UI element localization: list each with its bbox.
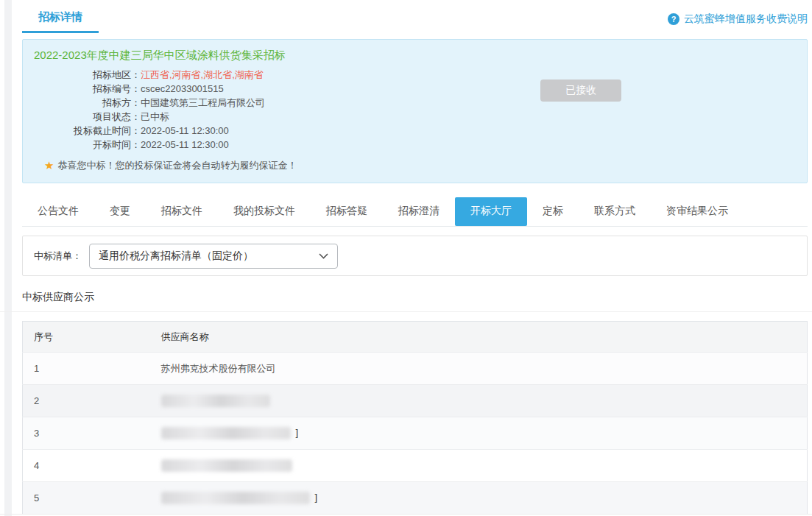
field-value: 中国建筑第三工程局有限公司 [141, 97, 265, 108]
tab-contact-info[interactable]: 联系方式 [579, 197, 651, 226]
selected-option-label: 通用价税分离招标清单（固定价） [99, 250, 253, 263]
tab-announcement-files[interactable]: 公告文件 [22, 197, 94, 226]
winning-list-label: 中标清单： [34, 250, 82, 263]
row-index: 5 [23, 482, 150, 515]
field-region: 招标地区：江西省,河南省,湖北省,湖南省 [34, 68, 807, 82]
tab-bid-opening-hall[interactable]: 开标大厅 [455, 197, 527, 226]
field-bid-deadline: 投标截止时间：2022-05-11 12:30:00 [34, 124, 807, 138]
field-value: 2022-05-11 12:30:00 [141, 139, 229, 150]
table-header-row: 序号 供应商名称 [23, 322, 808, 353]
page-left-gutter [4, 0, 12, 516]
supplier-name-cell [150, 450, 808, 482]
page-header: 招标详情 ? 云筑蜜蜂增值服务收费说明 [22, 0, 808, 33]
redaction-suffix: ] [296, 427, 299, 438]
question-circle-icon: ? [668, 13, 679, 25]
tab-tender-files[interactable]: 招标文件 [146, 197, 218, 226]
field-label: 开标时间： [34, 138, 141, 152]
supplier-name-cell: ] [150, 417, 808, 450]
field-label: 项目状态： [34, 110, 141, 124]
value-added-service-fee-link[interactable]: ? 云筑蜜蜂增值服务收费说明 [668, 13, 808, 26]
page-bottom-divider [0, 514, 812, 515]
supplier-name: 苏州弗克技术股份有限公司 [150, 353, 808, 385]
table-row: 4 [23, 450, 808, 482]
star-icon: ★ [44, 159, 54, 172]
tab-tender-qa[interactable]: 招标答疑 [311, 197, 383, 226]
row-index: 2 [23, 385, 150, 417]
tab-my-bid-files[interactable]: 我的投标文件 [218, 197, 311, 226]
help-link-label: 云筑蜜蜂增值服务收费说明 [684, 13, 808, 26]
main-content: 招标详情 ? 云筑蜜蜂增值服务收费说明 2022-2023年度中建三局华中区域涂… [22, 0, 808, 515]
tab-tender-detail[interactable]: 招标详情 [22, 0, 99, 33]
redacted-supplier-name [161, 459, 292, 472]
field-label: 投标截止时间： [34, 124, 141, 138]
tab-award[interactable]: 定标 [527, 197, 579, 226]
field-value: 已中标 [141, 111, 169, 122]
field-open-time: 开标时间：2022-05-11 12:30:00 [34, 138, 807, 152]
congrats-message: ★ 恭喜您中标！您的投标保证金将会自动转为履约保证金！ [34, 159, 807, 172]
col-header-supplier: 供应商名称 [150, 322, 808, 353]
table-row: 2 [23, 385, 808, 417]
redacted-supplier-name [161, 395, 270, 407]
tab-changes[interactable]: 变更 [94, 197, 146, 226]
winning-list-filter: 中标清单： 通用价税分离招标清单（固定价） [22, 236, 808, 276]
chevron-down-icon [319, 253, 328, 259]
tab-tender-clarification[interactable]: 招标澄清 [383, 197, 455, 226]
redaction-suffix: ] [315, 492, 318, 503]
field-value: 2022-05-11 12:30:00 [141, 125, 229, 136]
winning-list-select[interactable]: 通用价税分离招标清单（固定价） [89, 244, 338, 269]
tender-title: 2022-2023年度中建三局华中区域涂料供货集采招标 [34, 49, 807, 63]
tab-qualification-result[interactable]: 资审结果公示 [651, 197, 744, 226]
field-label: 招标编号： [34, 82, 141, 96]
field-tender-no: 招标编号：cscec22033001515 [34, 82, 807, 96]
supplier-name-cell: ] [150, 482, 808, 515]
row-index: 3 [23, 417, 150, 450]
col-header-index: 序号 [23, 322, 150, 353]
table-row: 3 ] [23, 417, 808, 450]
field-value: cscec22033001515 [141, 83, 224, 94]
tender-notice-panel: 2022-2023年度中建三局华中区域涂料供货集采招标 招标地区：江西省,河南省… [22, 39, 808, 183]
supplier-name-cell [150, 385, 808, 417]
field-value: 江西省,河南省,湖北省,湖南省 [141, 69, 264, 80]
field-label: 招标方： [34, 96, 141, 110]
field-project-status: 项目状态：已中标 [34, 110, 807, 124]
row-index: 4 [23, 450, 150, 482]
accepted-button[interactable]: 已接收 [540, 79, 621, 102]
field-label: 招标地区： [34, 68, 141, 82]
winning-suppliers-heading: 中标供应商公示 [22, 291, 808, 311]
row-index: 1 [23, 353, 150, 385]
winning-suppliers-table: 序号 供应商名称 1 苏州弗克技术股份有限公司 2 3 ] 4 5 [22, 321, 808, 515]
redacted-supplier-name [161, 427, 291, 439]
tender-tab-bar: 公告文件 变更 招标文件 我的投标文件 招标答疑 招标澄清 开标大厅 定标 联系… [22, 197, 808, 227]
field-tenderer: 招标方：中国建筑第三工程局有限公司 [34, 96, 807, 110]
congrats-text: 恭喜您中标！您的投标保证金将会自动转为履约保证金！ [57, 159, 297, 172]
redacted-supplier-name [161, 492, 310, 504]
table-row: 5 ] [23, 482, 808, 515]
section-divider [0, 311, 812, 312]
table-row: 1 苏州弗克技术股份有限公司 [23, 353, 808, 385]
